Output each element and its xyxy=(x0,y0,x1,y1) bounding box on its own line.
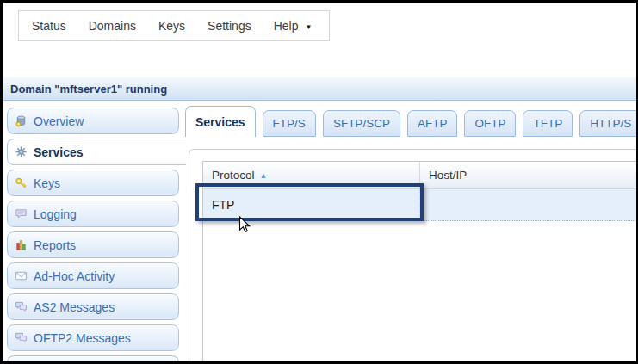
services-panel: Protocol ▲ Host/IP FTP xyxy=(189,149,637,362)
sidebar-item-label: Services xyxy=(34,145,84,159)
main-menu-bar: Status Domains Keys Settings Help▼ xyxy=(18,10,330,41)
menu-settings[interactable]: Settings xyxy=(208,19,251,33)
tab-https[interactable]: HTTP/S xyxy=(579,110,638,137)
hostip-cell xyxy=(420,189,637,220)
highlight-annotation-box xyxy=(195,183,424,221)
caret-down-icon: ▼ xyxy=(305,23,312,31)
sidebar-item-keys[interactable]: Keys xyxy=(7,170,179,196)
menu-help[interactable]: Help▼ xyxy=(274,19,313,33)
tab-label: HTTP/S xyxy=(590,117,631,130)
tab-tftp[interactable]: TFTP xyxy=(523,110,573,137)
column-header-label: Host/IP xyxy=(429,169,467,182)
chat-bubbles-icon xyxy=(15,331,28,344)
sidebar-item-label: Reports xyxy=(34,238,76,252)
menu-keys[interactable]: Keys xyxy=(158,19,185,33)
sidebar-item-overview[interactable]: Overview xyxy=(7,108,179,134)
sidebar-item-label: AS2 Messages xyxy=(34,300,115,314)
sidebar-item-label: Overview xyxy=(34,114,84,128)
sidebar-item-partial[interactable] xyxy=(7,355,179,364)
sidebar-item-logging[interactable]: Logging xyxy=(7,201,179,227)
tab-oftp[interactable]: OFTP xyxy=(464,110,516,137)
sidebar-item-label: Keys xyxy=(34,176,60,190)
column-header-label: Protocol xyxy=(212,169,255,182)
column-header-hostip[interactable]: Host/IP xyxy=(420,162,637,188)
menu-help-label: Help xyxy=(274,19,299,33)
services-icon xyxy=(15,145,28,158)
sidebar-item-reports[interactable]: Reports xyxy=(7,231,179,258)
bar-chart-icon xyxy=(15,238,28,251)
tab-services[interactable]: Services xyxy=(185,106,256,137)
application-window: Status Domains Keys Settings Help▼ Domai… xyxy=(0,0,638,364)
sidebar-item-adhoc-activity[interactable]: Ad-Hoc Activity xyxy=(7,262,179,289)
tab-label: Services xyxy=(195,115,245,129)
tab-aftp[interactable]: AFTP xyxy=(407,110,458,137)
sidebar-item-label: Logging xyxy=(34,207,77,221)
chat-bubbles-icon xyxy=(15,300,28,313)
sidebar-item-label: OFTP2 Messages xyxy=(34,331,131,345)
key-icon xyxy=(15,176,28,189)
sidebar-item-label: Ad-Hoc Activity xyxy=(34,269,115,283)
tab-label: AFTP xyxy=(418,117,448,130)
sidebar-item-oftp2-messages[interactable]: OFTP2 Messages xyxy=(7,324,179,351)
menu-status[interactable]: Status xyxy=(32,19,66,33)
tab-label: TFTP xyxy=(533,117,562,130)
domain-status-bar: Domain "mftserver1" running xyxy=(3,77,636,101)
tab-label: OFTP xyxy=(474,117,505,130)
database-icon xyxy=(15,114,28,127)
sidebar: Overview Services Keys Logging Reports xyxy=(7,108,179,364)
envelope-icon xyxy=(15,269,28,282)
tab-sftpscp[interactable]: SFTP/SCP xyxy=(323,110,400,137)
menu-domains[interactable]: Domains xyxy=(89,19,136,33)
tab-label: SFTP/SCP xyxy=(333,117,390,130)
tab-label: FTP/S xyxy=(273,117,306,130)
domain-title: Domain "mftserver1" running xyxy=(10,83,167,96)
sidebar-item-services[interactable]: Services xyxy=(7,139,186,165)
speech-bubble-icon xyxy=(15,207,28,220)
sidebar-item-as2-messages[interactable]: AS2 Messages xyxy=(7,293,179,320)
mouse-cursor xyxy=(238,216,251,234)
tab-ftps[interactable]: FTP/S xyxy=(263,110,316,137)
tab-strip: Services FTP/S SFTP/SCP AFTP OFTP TFTP H… xyxy=(185,106,638,137)
sort-ascending-icon: ▲ xyxy=(260,171,268,180)
